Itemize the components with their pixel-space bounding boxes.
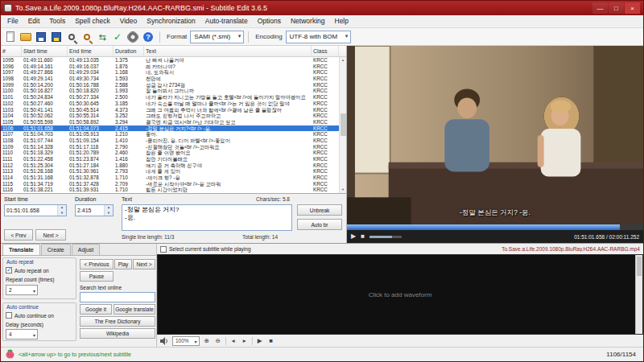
menu-item-help[interactable]: Help xyxy=(330,15,353,27)
subtitle-row-1101[interactable]: 110101:50:24.83401:50:27.3342.500네가 올라가 … xyxy=(1,94,346,101)
find-icon[interactable] xyxy=(64,30,79,44)
subtitle-row-1108[interactable]: 110801:51:07.74401:51:09.1541.410-클리어진, … xyxy=(1,138,346,144)
save-icon[interactable] xyxy=(34,30,48,44)
seek-back-icon[interactable]: ◂ xyxy=(229,337,237,344)
tab-translate[interactable]: Translate xyxy=(2,244,40,255)
waveform-empty-text[interactable]: Click to add waveform xyxy=(369,291,432,298)
subtitle-row-1113[interactable]: 111301:51:28.16801:51:30.9612.793네게 줄 게 … xyxy=(1,168,346,175)
auto-br-button[interactable]: Auto br xyxy=(297,219,342,230)
encoding-select[interactable]: UTF-8 with BOM xyxy=(286,31,352,43)
spell-check-icon[interactable]: ✓ xyxy=(110,30,125,44)
menu-item-auto-translate[interactable]: Auto-translate xyxy=(200,15,253,27)
waveform-zoom-select[interactable]: 100% xyxy=(172,336,200,346)
waveform-scrollbar[interactable] xyxy=(635,255,642,334)
spinner-arrows-icon[interactable]: ▲▼ xyxy=(104,205,113,216)
auto-continue-checkbox[interactable] xyxy=(6,312,12,319)
menu-item-spell-check[interactable]: Spell check xyxy=(70,15,114,27)
scroll-up-icon[interactable]: ▲ xyxy=(341,57,345,64)
spinner-arrows-icon[interactable]: ▲▼ xyxy=(57,205,66,216)
subtitle-row-1112[interactable]: 111201:51:25.30401:51:27.1841.880얘기 준 거 … xyxy=(1,162,346,169)
menu-item-video[interactable]: Video xyxy=(115,15,142,27)
scroll-thumb[interactable] xyxy=(341,113,346,136)
subtitle-row-1106[interactable]: 110601:51:01.65801:51:04.0732.415-정말 본심은… xyxy=(1,125,346,132)
close-button[interactable]: × xyxy=(625,2,640,14)
subtitle-row-1109[interactable]: 110901:51:14.32801:51:17.1182.790-친절해줬던 … xyxy=(1,144,346,150)
column-header-start-time[interactable]: Start time xyxy=(22,46,68,56)
subtitle-row-1116[interactable]: 111601:51:38.22101:51:39.9311.710힘든 시간이었… xyxy=(1,187,346,193)
save-as-icon[interactable] xyxy=(49,30,64,44)
new-file-icon[interactable] xyxy=(3,30,18,44)
column-header-class[interactable]: Class xyxy=(312,46,339,56)
pause-button[interactable]: Pause xyxy=(80,271,114,282)
waveform-play-icon[interactable]: ▶ xyxy=(256,337,264,344)
zoom-in-icon[interactable]: ⊕ xyxy=(203,337,211,344)
format-select[interactable]: SAMI (*.smi) xyxy=(190,31,244,43)
play-button[interactable]: Play xyxy=(114,259,132,269)
subtitle-row-1100[interactable]: 110001:50:16.82701:50:18.8201.993잘 들어봐서 … xyxy=(1,88,346,94)
unbreak-button[interactable]: Unbreak xyxy=(297,204,342,216)
list-scrollbar[interactable]: ▲ ▼ xyxy=(339,57,346,193)
help-icon[interactable]: ? xyxy=(141,30,155,44)
free-dictionary-button[interactable]: The Free Dictionary xyxy=(80,316,155,327)
column-header-end-time[interactable]: End time xyxy=(68,46,114,56)
subtitle-row-1097[interactable]: 109701:49:27.86601:49:29.0341.168네, 도와줘서… xyxy=(1,69,346,76)
replace-icon[interactable] xyxy=(80,30,94,44)
subtitle-text-input[interactable]: -정말 본심은 거지? -응. xyxy=(122,204,292,231)
subtitle-row-1105[interactable]: 110501:50:55.59801:50:58.8923.294결국엔 지금 … xyxy=(1,119,346,125)
menu-item-synchronization[interactable]: Synchronization xyxy=(142,15,200,27)
column-header--[interactable]: # xyxy=(1,46,22,56)
minimize-button[interactable]: — xyxy=(592,2,608,14)
subtitle-row-1104[interactable]: 110401:50:52.06201:50:55.3143.252그래도 친형처… xyxy=(1,113,346,119)
subtitle-row-1114[interactable]: 111401:51:31.16801:51:32.8781.710-제이크 형?… xyxy=(1,175,346,181)
visual-sync-icon[interactable]: ⇆ xyxy=(95,30,109,44)
maximize-button[interactable]: □ xyxy=(609,2,624,14)
column-header-duration[interactable]: Duration xyxy=(114,46,144,56)
subtitle-row-1102[interactable]: 110201:50:27.46001:50:30.6453.185네가 숙소를 … xyxy=(1,101,346,107)
subtitle-row-1098[interactable]: 109801:49:29.14101:49:30.7341.593천만에KRCC xyxy=(1,76,346,82)
app-window: To.Save.a.Life.2009.1080p.BluRay.H264.AA… xyxy=(0,0,644,362)
subtitle-row-1095[interactable]: 109501:49:11.66001:49:13.0351.375난 빠져 나올… xyxy=(1,57,346,64)
google-it-button[interactable]: Google it xyxy=(80,304,112,315)
menu-item-edit[interactable]: Edit xyxy=(23,15,45,27)
subtitle-row-1103[interactable]: 110301:50:41.14101:50:45.5144.373그때 그 여름… xyxy=(1,107,346,113)
tab-adjust[interactable]: Adjust xyxy=(72,244,100,255)
open-file-icon[interactable] xyxy=(19,30,33,44)
subtitle-row-1111[interactable]: 111101:51:22.45801:51:23.8741.416잠깐 기다려볼… xyxy=(1,156,346,162)
menu-item-options[interactable]: Options xyxy=(253,15,286,27)
subtitle-row-1107[interactable]: 110701:51:04.70301:51:05.9131.210좋아.KRCC xyxy=(1,131,346,138)
zoom-out-icon[interactable]: ⊖ xyxy=(214,337,222,344)
waveform-canvas[interactable]: Click to add waveform xyxy=(157,254,643,335)
previous-button[interactable]: < Previous xyxy=(80,259,114,269)
subtitle-row-1115[interactable]: 111501:51:34.71901:51:37.4282.709-새로운 시작… xyxy=(1,181,346,187)
auto-repeat-checkbox[interactable] xyxy=(6,267,12,274)
menu-item-networking[interactable]: Networking xyxy=(286,15,330,27)
select-current-checkbox[interactable] xyxy=(160,246,167,253)
menu-item-tools[interactable]: Tools xyxy=(44,15,70,27)
settings-icon[interactable] xyxy=(126,30,140,44)
subtitle-row-1099[interactable]: 109901:50:14.20001:50:16.7882.588성금 감사 2… xyxy=(1,82,346,88)
stop-icon[interactable]: ■ xyxy=(361,231,365,242)
play-icon[interactable]: ▶ xyxy=(351,231,356,242)
volume-slider[interactable] xyxy=(369,236,402,238)
menu-item-file[interactable]: File xyxy=(2,15,23,27)
column-header-text[interactable]: Text xyxy=(144,46,312,56)
prev-subtitle-button[interactable]: < Prev xyxy=(4,229,33,241)
delay-select[interactable]: 4 xyxy=(6,329,38,339)
subtitle-row-1110[interactable]: 111001:51:18.32901:51:20.7892.460잠은 줄 쉬면… xyxy=(1,150,346,156)
next-subtitle-button[interactable]: Next > xyxy=(35,229,66,241)
tab-create[interactable]: Create xyxy=(41,244,71,255)
scroll-down-icon[interactable]: ▼ xyxy=(341,187,345,193)
video-progress-bar[interactable] xyxy=(347,224,643,230)
subtitle-row-1096[interactable]: 109601:49:14.16101:49:16.0371.876레 카터니야?… xyxy=(1,64,346,70)
search-text-input[interactable] xyxy=(80,292,155,302)
google-translate-button[interactable]: Google translate xyxy=(114,304,155,315)
speaker-icon[interactable] xyxy=(160,337,169,345)
repeat-count-select[interactable]: 2 xyxy=(6,285,38,295)
duration-spinner[interactable]: 2.415 ▲▼ xyxy=(75,204,114,216)
video-frame[interactable]: -정말 본심은 거지? -응. xyxy=(347,46,643,224)
seek-forward-icon[interactable]: ▸ xyxy=(241,337,249,344)
next-button[interactable]: Next > xyxy=(133,259,155,269)
start-time-spinner[interactable]: 01:51:01.658 ▲▼ xyxy=(4,204,67,216)
waveform-stop-icon[interactable]: ■ xyxy=(267,337,275,344)
wikipedia-button[interactable]: Wikipedia xyxy=(80,328,155,339)
